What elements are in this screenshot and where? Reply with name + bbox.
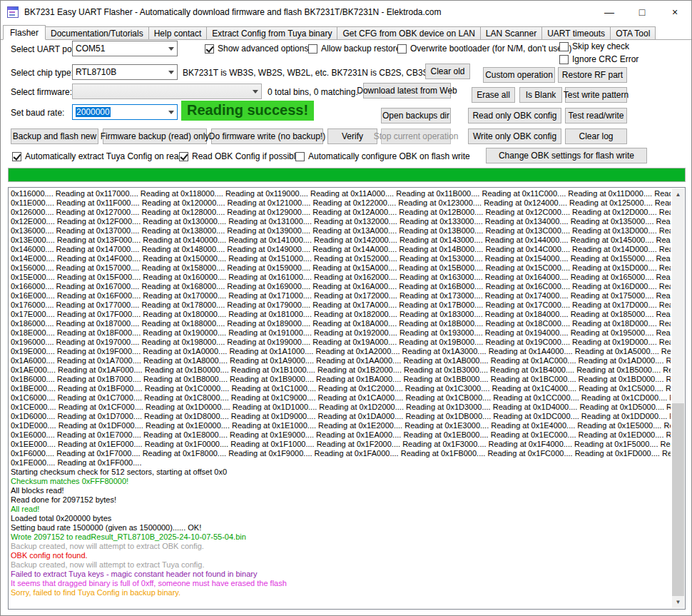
checkbox-label: Allow backup restore — [321, 44, 400, 54]
log-line: 0x1E6000.... Reading at 0x1E7000.... Rea… — [11, 430, 671, 440]
log-line: 0x18E000.... Reading at 0x18F000.... Rea… — [11, 328, 671, 338]
tab-uart-timeouts[interactable]: UART timeouts — [541, 26, 611, 40]
check-icon — [13, 152, 21, 161]
skip-key-check-checkbox[interactable]: Skip key check — [559, 41, 629, 52]
log-line: 0x196000.... Reading at 0x197000.... Rea… — [11, 338, 671, 347]
progress-bar — [8, 168, 686, 182]
tab-get-cfg-obk-lan[interactable]: Get CFG from OBK device on LAN — [337, 26, 480, 40]
stop-current-operation-button: Stop current operation — [381, 128, 451, 144]
checkbox-label: Read OBK Config if possible — [192, 151, 300, 161]
download-latest-button[interactable]: Download latest from Web — [363, 83, 451, 99]
log-line: 0x16E000.... Reading at 0x16F000.... Rea… — [11, 291, 671, 301]
uart-port-select[interactable]: COM51 — [72, 41, 178, 56]
log-line: 0x14E000.... Reading at 0x14F000.... Rea… — [11, 254, 671, 263]
check-icon — [180, 152, 188, 161]
tab-flasher[interactable]: Flasher — [3, 25, 46, 40]
chevron-down-icon[interactable] — [165, 105, 177, 119]
chevron-down-icon[interactable] — [165, 41, 177, 56]
log-line: 0x136000.... Reading at 0x137000.... Rea… — [11, 226, 671, 236]
firmware-label: Select firmware: — [11, 87, 72, 97]
restore-rf-part-button[interactable]: Restore RF part — [558, 67, 627, 83]
log-line: 0x166000.... Reading at 0x167000.... Rea… — [11, 282, 671, 291]
do-firmware-write-button[interactable]: Do firmware write (no backup!) — [211, 128, 323, 144]
checkbox-box — [205, 44, 214, 54]
chip-type-value: RTL8710B — [73, 67, 165, 77]
close-icon[interactable]: × — [658, 1, 691, 24]
firmware-backup-button[interactable]: Firmware backup (read) only — [103, 128, 207, 144]
tab-help-contact[interactable]: Help contact — [148, 26, 208, 40]
read-obk-if-possible-checkbox[interactable]: Read OBK Config if possible — [179, 151, 300, 162]
log-line: Wrote 2097152 to readResult_RTL8710B_202… — [11, 532, 671, 542]
chip-type-select[interactable]: RTL8710B — [72, 64, 178, 80]
overwrite-bootloader-checkbox[interactable]: Overwrite bootloader (for N/M, don't use… — [397, 43, 571, 54]
log-line: 0x1D6000.... Reading at 0x1D7000.... Rea… — [11, 412, 671, 421]
log-line: 0x15E000.... Reading at 0x15F000.... Rea… — [11, 273, 671, 282]
log-line: 0x176000.... Reading at 0x177000.... Rea… — [11, 301, 671, 310]
log-scrollbar[interactable]: ▲ ▼ — [672, 188, 684, 608]
clear-log-button[interactable]: Clear log — [565, 128, 627, 144]
log-line: Backup created, now will attempt to extr… — [11, 542, 671, 551]
log-line: Checksum matches 0xFFF80000! — [11, 477, 671, 486]
baud-rate-input[interactable]: 2000000 — [72, 104, 178, 120]
chevron-down-icon[interactable] — [249, 84, 261, 99]
log-line: 0x156000.... Reading at 0x157000.... Rea… — [11, 263, 671, 273]
auto-extract-tuya-checkbox[interactable]: Automatically extract Tuya Config on rea… — [12, 151, 183, 162]
selected-text: 2000000 — [76, 107, 111, 117]
maximize-icon[interactable]: □ — [626, 1, 658, 24]
scroll-up-icon[interactable]: ▲ — [672, 188, 684, 201]
write-only-obk-config-button[interactable]: Write only OBK config — [468, 128, 561, 144]
open-backups-dir-button[interactable]: Open backups dir — [381, 108, 451, 123]
tab-lan-scanner[interactable]: LAN Scanner — [480, 26, 542, 40]
ignore-crc-checkbox[interactable]: Ignore CRC Error — [559, 54, 638, 65]
clear-old-button[interactable]: Clear old — [425, 64, 470, 79]
baud-rate-value: 2000000 — [73, 107, 165, 117]
scrollbar-thumb[interactable] — [672, 403, 684, 596]
backup-and-flash-button[interactable]: Backup and flash new — [11, 128, 98, 144]
erase-all-button[interactable]: Erase all — [472, 87, 515, 103]
chevron-down-icon[interactable] — [165, 65, 177, 79]
log-line: 0x1BE000.... Reading at 0x1BF000.... Rea… — [11, 384, 671, 393]
test-write-pattern-button[interactable]: Test write pattern — [565, 87, 627, 103]
checkbox-label: Automatically configure OBK on flash wri… — [308, 151, 470, 161]
auto-configure-obk-checkbox[interactable]: Automatically configure OBK on flash wri… — [295, 151, 470, 162]
checkbox-label: Overwrite bootloader (for N/M, don't use… — [410, 44, 571, 54]
tab-documentation-tutorials[interactable]: Documentation/Tutorials — [45, 26, 149, 40]
log-line: 0x116000.... Reading at 0x117000.... Rea… — [11, 189, 671, 198]
log-line: Starting checksum check for 512 sectors,… — [11, 468, 671, 477]
log-line: 0x12E000.... Reading at 0x12F000.... Rea… — [11, 217, 671, 226]
checkbox-box — [559, 42, 569, 51]
log-line: 0x1CE000.... Reading at 0x1CF000.... Rea… — [11, 403, 671, 412]
minimize-icon[interactable]: — — [593, 1, 626, 24]
title-bar[interactable]: BK7231 Easy UART Flasher - Automatically… — [1, 1, 691, 24]
checkbox-box — [308, 44, 317, 54]
tab-extract-config-tuya[interactable]: Extract Config from Tuya binary — [206, 26, 337, 40]
log-line: It seems that dragged binary is full of … — [11, 579, 671, 588]
log-line: Setting baud rate 1500000 (given as 1500… — [11, 523, 671, 532]
log-line: 0x1F6000.... Reading at 0x1F7000.... Rea… — [11, 449, 671, 458]
window-title: BK7231 Easy UART Flasher - Automatically… — [24, 7, 442, 17]
log-line: Sorry, failed to find Tuya Config in bac… — [11, 588, 671, 597]
log-line: 0x1AE000.... Reading at 0x1AF000.... Rea… — [11, 365, 671, 375]
log-line: 0x146000.... Reading at 0x147000.... Rea… — [11, 245, 671, 254]
log-output[interactable]: 0x116000.... Reading at 0x117000.... Rea… — [8, 187, 686, 610]
read-only-obk-config-button[interactable]: Read only OBK config — [468, 108, 561, 123]
status-banner: Reading success! — [181, 101, 314, 121]
show-advanced-checkbox[interactable]: Show advanced options — [205, 43, 308, 54]
checkbox-box — [397, 44, 407, 54]
log-line: 0x1DE000.... Reading at 0x1DF000.... Rea… — [11, 421, 671, 430]
firmware-select[interactable] — [72, 84, 262, 99]
log-lines: 0x116000.... Reading at 0x117000.... Rea… — [11, 189, 685, 597]
allow-backup-restore-checkbox[interactable]: Allow backup restore — [308, 43, 400, 54]
log-line: 0x1A6000.... Reading at 0x1A7000.... Rea… — [11, 356, 671, 365]
log-line: 0x1C6000.... Reading at 0x1C7000.... Rea… — [11, 393, 671, 403]
custom-operation-button[interactable]: Custom operation — [483, 67, 555, 83]
log-line: 0x1FE000.... Reading at 0x1FF000.... — [11, 458, 671, 468]
log-line: All read! — [11, 505, 671, 514]
test-read-write-button[interactable]: Test read/write — [565, 108, 627, 123]
verify-button[interactable]: Verify — [327, 128, 377, 144]
change-obk-settings-button[interactable]: Change OBK settings for flash write — [486, 148, 647, 163]
is-blank-button[interactable]: Is Blank — [519, 87, 562, 103]
tab-ota-tool[interactable]: OTA Tool — [610, 26, 656, 40]
scroll-down-icon[interactable]: ▼ — [672, 596, 684, 608]
log-line: Read done for 2097152 bytes! — [11, 495, 671, 505]
